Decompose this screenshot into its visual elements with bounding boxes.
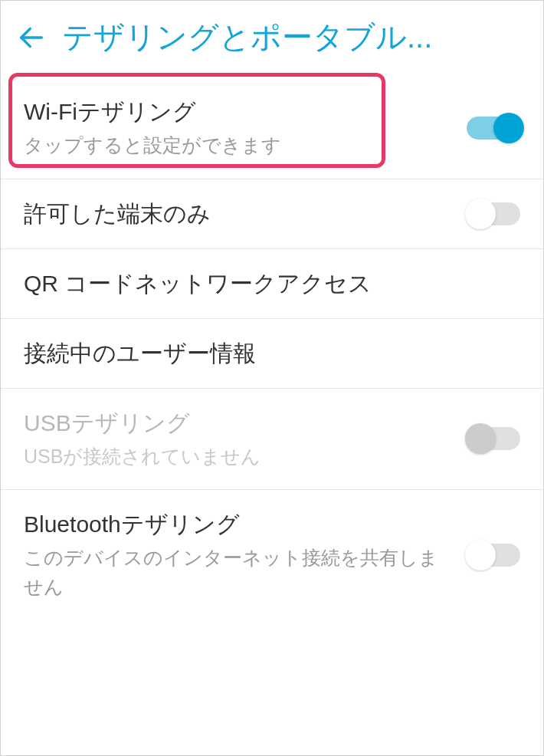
usb-tethering-item: USBテザリング USBが接続されていません xyxy=(1,389,543,491)
connected-users-title: 接続中のユーザー情報 xyxy=(24,337,520,370)
qr-access-title: QR コードネットワークアクセス xyxy=(24,268,520,300)
back-arrow-icon[interactable] xyxy=(16,22,47,53)
wifi-tethering-title: Wi-Fiテザリング xyxy=(24,96,451,128)
bluetooth-tethering-subtitle: このデバイスのインターネット接続を共有しません xyxy=(24,544,451,601)
usb-tethering-title: USBテザリング xyxy=(24,407,451,439)
usb-tethering-text: USBテザリング USBが接続されていません xyxy=(24,407,451,472)
connected-users-text: 接続中のユーザー情報 xyxy=(24,337,520,370)
allowed-devices-title: 許可した端末のみ xyxy=(24,198,451,230)
header: テザリングとポータブル... xyxy=(1,1,543,77)
qr-access-text: QR コードネットワークアクセス xyxy=(24,268,520,300)
bluetooth-tethering-item[interactable]: Bluetoothテザリング このデバイスのインターネット接続を共有しません xyxy=(1,490,543,620)
wifi-tethering-subtitle: タップすると設定ができます xyxy=(24,131,451,160)
qr-access-item[interactable]: QR コードネットワークアクセス xyxy=(1,249,543,319)
wifi-tethering-text: Wi-Fiテザリング タップすると設定ができます xyxy=(24,96,451,160)
usb-tethering-toggle xyxy=(467,427,520,450)
page-title: テザリングとポータブル... xyxy=(62,16,432,58)
usb-tethering-subtitle: USBが接続されていません xyxy=(24,442,451,472)
wifi-tethering-item[interactable]: Wi-Fiテザリング タップすると設定ができます xyxy=(1,77,543,179)
allowed-devices-text: 許可した端末のみ xyxy=(24,198,451,230)
wifi-tethering-toggle[interactable] xyxy=(467,117,520,140)
bluetooth-tethering-toggle[interactable] xyxy=(467,544,520,567)
bluetooth-tethering-title: Bluetoothテザリング xyxy=(24,508,451,541)
allowed-devices-item[interactable]: 許可した端末のみ xyxy=(1,179,543,249)
allowed-devices-toggle[interactable] xyxy=(467,202,520,225)
connected-users-item[interactable]: 接続中のユーザー情報 xyxy=(1,319,543,389)
bluetooth-tethering-text: Bluetoothテザリング このデバイスのインターネット接続を共有しません xyxy=(24,508,451,601)
